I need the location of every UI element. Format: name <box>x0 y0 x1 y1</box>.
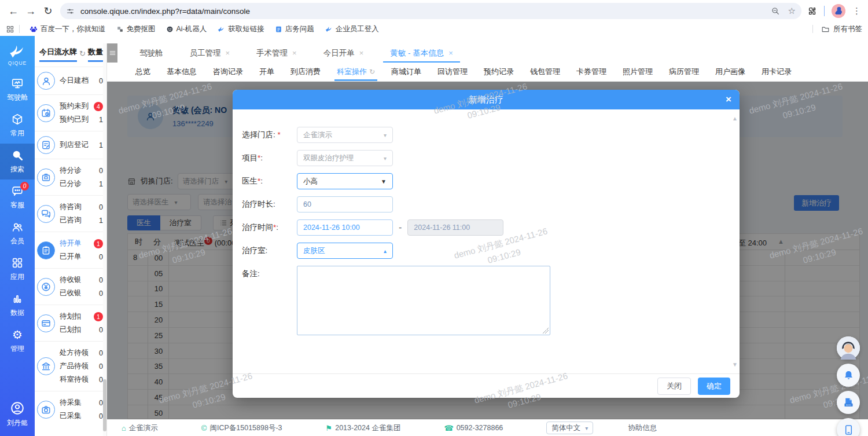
refresh-icon[interactable]: ↻ <box>369 68 375 76</box>
subnav-item[interactable]: 基本信息 <box>159 63 205 81</box>
sidebar-user[interactable]: 刘丹懿 <box>7 401 28 428</box>
duration-input[interactable]: 60 <box>297 196 393 212</box>
flow-row[interactable]: 预约已到 1 <box>58 113 104 126</box>
language-select[interactable]: 简体中文▾ <box>546 422 593 434</box>
project-field-select[interactable]: 双眼皮治疗护理▾ <box>297 150 393 166</box>
subnav-item[interactable]: 科室操作 ↻ <box>329 63 383 81</box>
documents-button[interactable]: DOC <box>837 391 860 414</box>
browser-profile-avatar[interactable] <box>832 4 845 18</box>
time-start-input[interactable]: 2024-11-26 10:00 <box>297 219 393 236</box>
extensions-icon[interactable] <box>807 6 817 16</box>
subnav-item[interactable]: 商城订单 <box>383 63 429 81</box>
flow-group: 待采集 0 已采集 0 <box>35 391 106 427</box>
flow-row[interactable]: 待开单 1 <box>58 237 104 250</box>
zoom-out-icon[interactable] <box>771 6 780 16</box>
tab[interactable]: 手术管理 × <box>246 43 307 63</box>
room-field-select[interactable]: 皮肤区▴ <box>297 243 393 259</box>
subnav-item[interactable]: 开单 <box>251 63 282 81</box>
flow-row[interactable]: 今日建档 0 <box>58 74 104 87</box>
resize-grip-icon[interactable] <box>543 328 549 334</box>
browser-menu-icon[interactable]: ⋮ <box>852 6 861 16</box>
close-button[interactable]: 关闭 <box>657 378 691 395</box>
bookmark-item[interactable]: 获取短链接 <box>217 24 264 34</box>
refresh-icon[interactable]: ↻ <box>79 49 86 58</box>
forward-icon[interactable]: → <box>22 2 39 20</box>
flow-row[interactable]: 到店登记 1 <box>58 138 104 152</box>
sidebar-item[interactable]: 常用 <box>0 108 35 144</box>
tab[interactable]: 驾驶舱 <box>129 43 174 63</box>
bookmark-item[interactable]: 免费抠图 <box>116 24 156 34</box>
notifications-button[interactable] <box>837 364 860 387</box>
subnav-item[interactable]: 回访管理 <box>429 63 476 81</box>
back-icon[interactable]: ← <box>5 2 22 20</box>
flow-row[interactable]: 待收银 0 <box>58 273 104 287</box>
subnav-item[interactable]: 病历管理 <box>661 63 707 81</box>
flow-row[interactable]: 已开单 0 <box>58 250 104 263</box>
subnav-item[interactable]: 总览 <box>127 63 159 81</box>
bookmark-item[interactable]: 百度一下，你就知道 <box>30 24 106 34</box>
subnav-item[interactable]: 到店消费 <box>282 63 329 81</box>
flow-row[interactable]: 已收银 0 <box>58 287 104 300</box>
dialog-scrollbar[interactable]: ▲ ▼ <box>731 113 738 370</box>
subnav-item[interactable]: 钱包管理 <box>522 63 568 81</box>
bookmark-item[interactable]: Ai-机器人 <box>166 24 207 34</box>
bookmark-star-icon[interactable]: ☆ <box>788 6 796 16</box>
address-bar[interactable]: console.qique.cn/index.php?r=data/main/c… <box>60 3 801 19</box>
flow-row[interactable]: 科室待领 0 <box>58 373 104 386</box>
confirm-button[interactable]: 确定 <box>698 378 730 395</box>
sidebar-item[interactable]: 数据 <box>0 287 35 323</box>
subnav-item[interactable]: 咨询记录 <box>205 63 251 81</box>
subnav-item[interactable]: 用户画像 <box>707 63 753 81</box>
site-settings-icon[interactable] <box>66 7 75 16</box>
menu-icon[interactable] <box>107 43 117 63</box>
flow-row[interactable]: 已分诊 1 <box>58 177 104 190</box>
sidebar-item[interactable]: ⚙ 管理 <box>0 323 35 359</box>
apps-grid-icon[interactable] <box>6 25 14 34</box>
close-icon[interactable]: × <box>726 90 731 109</box>
all-bookmarks-label[interactable]: 所有书签 <box>833 24 862 34</box>
close-tab-icon[interactable]: × <box>292 49 297 57</box>
chevron-up-icon: ▴ <box>384 248 387 254</box>
bookmark-item[interactable]: 企业员工登入 <box>325 24 379 34</box>
flow-row[interactable]: 已采集 0 <box>58 409 104 423</box>
flow-row[interactable]: 待采集 0 <box>58 396 104 409</box>
flow-row[interactable]: 处方待领 0 <box>58 346 104 360</box>
sidebar-item[interactable]: 应用 <box>0 251 35 287</box>
sidebar-item[interactable]: 搜索 <box>0 144 35 179</box>
subnav-item[interactable]: 卡券管理 <box>568 63 615 81</box>
subnav-item[interactable]: 照片管理 <box>615 63 661 81</box>
flow-row[interactable]: 预约未到 4 <box>58 100 104 113</box>
help-link[interactable]: 协助信息 <box>628 423 657 433</box>
flow-row[interactable]: 产品待领 0 <box>58 360 104 373</box>
tab[interactable]: 员工管理 × <box>179 43 241 63</box>
service-avatar[interactable] <box>837 336 860 360</box>
status-icp[interactable]: ©闽ICP备15015898号-3 <box>201 423 282 433</box>
flow-row[interactable]: 待分诊 0 <box>58 164 104 177</box>
tab[interactable]: 黄敏 - 基本信息 × <box>380 43 464 63</box>
mobile-app-button[interactable] <box>837 418 860 436</box>
time-end-input[interactable]: 2024-11-26 11:00 <box>407 219 503 236</box>
store-field-select[interactable]: 企雀演示▾ <box>297 127 393 143</box>
close-tab-icon[interactable]: × <box>448 49 453 57</box>
subnav-item[interactable]: 用卡记录 <box>753 63 800 81</box>
sidebar-item[interactable]: 驾驶舱 <box>0 72 35 108</box>
bird-logo-icon <box>8 44 27 59</box>
doctor-field-select[interactable]: 小高▼ <box>297 173 393 189</box>
flow-row[interactable]: 待咨询 0 <box>58 200 104 214</box>
subnav-item[interactable]: 预约记录 <box>476 63 522 81</box>
flow-row[interactable]: 已咨询 1 <box>58 214 104 227</box>
flow-label: 科室待领 <box>60 375 89 384</box>
close-tab-icon[interactable]: × <box>359 49 364 57</box>
close-tab-icon[interactable]: × <box>226 49 230 57</box>
flow-row[interactable]: 已划扣 0 <box>58 323 104 336</box>
tab[interactable]: 今日开单 × <box>313 43 374 63</box>
reload-icon[interactable]: ↻ <box>39 2 57 20</box>
sidebar-item[interactable]: 客服 0 <box>0 179 35 215</box>
flow-row[interactable]: 待划扣 1 <box>58 310 104 323</box>
remark-textarea[interactable] <box>297 266 550 335</box>
sidebar-item[interactable]: 会员 <box>0 215 35 251</box>
bookmark-item[interactable]: 店务问题 <box>275 24 314 34</box>
url-text[interactable]: console.qique.cn/index.php?r=data/main/c… <box>80 7 771 16</box>
scrollbar[interactable] <box>103 43 106 436</box>
flow-count: 0 <box>99 376 103 384</box>
